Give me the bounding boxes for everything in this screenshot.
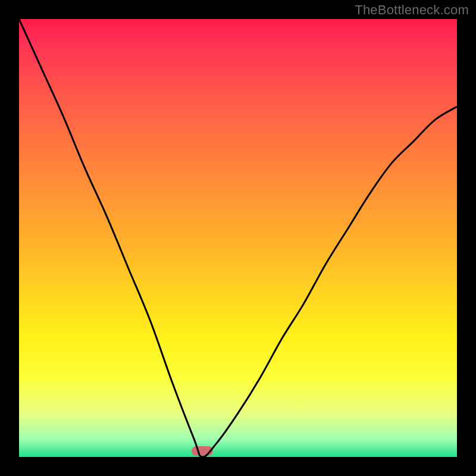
- chart-frame: TheBottleneck.com: [0, 0, 476, 476]
- plot-area: [19, 19, 457, 457]
- bottleneck-curve: [19, 19, 457, 457]
- watermark-text: TheBottleneck.com: [355, 2, 469, 18]
